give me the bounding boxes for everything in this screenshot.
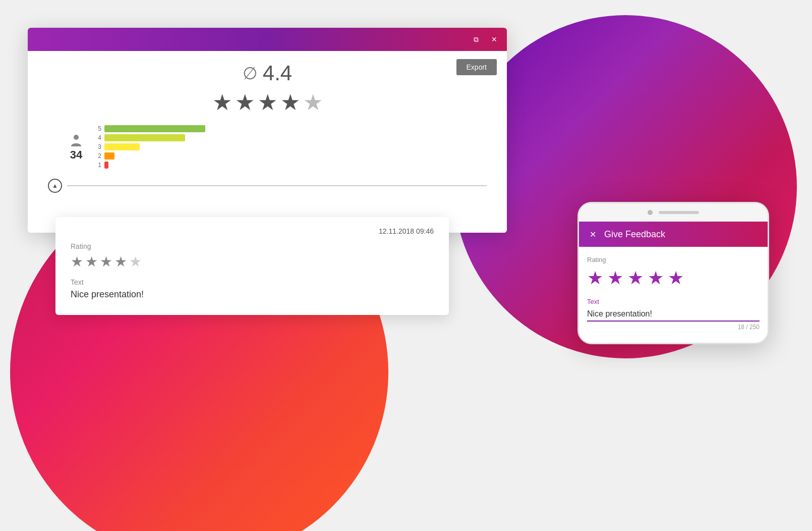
progress-line [67,185,487,186]
phone-text-input[interactable] [587,307,760,322]
phone-text-label: Text [587,298,760,305]
window-titlebar: ⧉ ✕ [28,28,507,51]
progress-section: ▲ [48,174,487,193]
phone-mockup: ✕ Give Feedback Rating ★ ★ ★ ★ ★ Text 18… [577,202,769,344]
rating-stars-display: ★ ★ ★ ★ ★ [48,89,487,115]
star-2: ★ [235,89,255,115]
bar-label-2: 2 [94,152,101,160]
desktop-window: ⧉ ✕ Export ∅ 4.4 ★ ★ ★ ★ ★ 34 [28,28,507,233]
feedback-stars: ★ ★ ★ ★ ★ [71,253,434,270]
f-star-3: ★ [100,253,112,270]
svg-point-0 [74,135,79,140]
total-count: 34 [70,148,82,162]
star-5-half: ★ [303,89,323,115]
person-icon [68,132,84,148]
dialog-close-button[interactable]: ✕ [587,229,598,240]
bar-label-5: 5 [94,125,101,132]
bar-label-4: 4 [94,134,101,141]
p-star-5[interactable]: ★ [668,268,684,289]
average-value: 4.4 [263,61,292,85]
star-3: ★ [258,89,277,115]
p-star-1[interactable]: ★ [587,268,603,289]
bar-fill-1 [104,162,108,169]
feedback-card: 12.11.2018 09:46 Rating ★ ★ ★ ★ ★ Text N… [55,217,449,315]
dialog-title: Give Feedback [604,229,665,240]
char-count: 18 / 250 [587,324,760,331]
phone-rating-label: Rating [587,256,760,263]
phone-camera [648,210,653,215]
bar-row-1: 1 [94,162,205,169]
star-1: ★ [212,89,232,115]
export-button[interactable]: Export [456,59,497,75]
p-star-4[interactable]: ★ [648,268,664,289]
bar-fill-4 [104,134,185,141]
p-star-3[interactable]: ★ [627,268,644,289]
bar-fill-2 [104,152,114,160]
close-button[interactable]: ✕ [489,34,500,45]
phone-speaker [659,211,699,214]
p-star-2[interactable]: ★ [607,268,623,289]
bar-row-2: 2 [94,152,205,160]
star-4: ★ [280,89,300,115]
bar-fill-3 [104,143,140,150]
f-star-5-empty: ★ [129,253,142,270]
restore-button[interactable]: ⧉ [471,34,482,45]
f-star-2: ★ [85,253,98,270]
average-icon: ∅ [243,63,258,83]
bar-label-1: 1 [94,162,101,169]
bar-fill-5 [104,125,205,132]
person-count-display: 34 [68,132,84,162]
bar-row-3: 3 [94,143,205,150]
phone-speaker-bar [579,203,768,222]
feedback-text-label: Text [71,278,434,286]
average-score-display: ∅ 4.4 [48,61,487,85]
scroll-up-button[interactable]: ▲ [48,179,62,193]
phone-stars: ★ ★ ★ ★ ★ [587,268,760,289]
bar-row-5: 5 [94,125,205,132]
bar-chart: 5 4 3 2 1 [94,125,205,169]
phone-header: ✕ Give Feedback [579,222,768,247]
bar-row-4: 4 [94,134,205,141]
bar-label-3: 3 [94,143,101,150]
rating-label: Rating [71,242,434,250]
bar-chart-area: 34 5 4 3 2 [48,125,487,169]
feedback-date: 12.11.2018 09:46 [71,227,434,235]
f-star-1: ★ [71,253,83,270]
feedback-text-value: Nice presentation! [71,289,434,300]
f-star-4: ★ [114,253,127,270]
phone-body: Rating ★ ★ ★ ★ ★ Text 18 / 250 [579,247,768,343]
window-content: Export ∅ 4.4 ★ ★ ★ ★ ★ 34 5 [28,51,507,233]
